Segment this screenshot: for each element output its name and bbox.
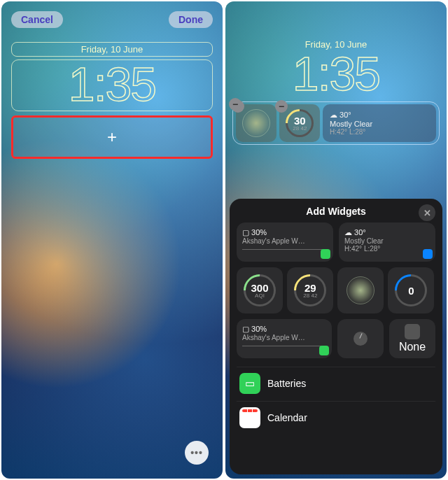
cancel-button[interactable]: Cancel <box>11 11 63 28</box>
done-button[interactable]: Done <box>169 11 213 28</box>
placed-widgets-bar[interactable]: − − 30 28 42 − ☁︎ 30° Mostly Clear H:42°… <box>232 101 440 145</box>
placed-widget-uv[interactable]: − 30 28 42 <box>279 104 320 142</box>
lockscreen-editor: Cancel Done Friday, 10 June 1:35 + ••• <box>1 1 223 479</box>
gauge-icon: 0 <box>388 267 433 313</box>
placed-widget-radar[interactable]: − <box>236 104 276 142</box>
plus-icon: + <box>107 127 117 147</box>
category-calendar[interactable]: Calendar <box>237 401 435 434</box>
gauge-icon: 29 28 42 <box>287 267 332 313</box>
widget-option-weather[interactable]: ☁︎ 30° Mostly Clear H:42° L:28° <box>339 223 435 262</box>
placed-widget-weather[interactable]: − ☁︎ 30° Mostly Clear H:42° L:28° <box>323 104 436 142</box>
widget-option-uv[interactable]: 29 28 42 <box>287 267 333 313</box>
widget-option-sun[interactable]: 0 <box>388 267 434 313</box>
time-widget[interactable]: 1:35 <box>11 59 213 111</box>
clock-icon <box>354 332 368 346</box>
widget-option-activity[interactable] <box>337 267 384 313</box>
widget-option-battery-wide[interactable]: ▢ 30% Akshay's Apple W… <box>237 319 332 358</box>
ellipsis-icon: ••• <box>190 447 203 458</box>
radar-icon <box>242 109 270 137</box>
remove-icon[interactable]: − <box>229 98 241 111</box>
rings-icon <box>346 276 374 304</box>
panel-title: Add Widgets ✕ <box>237 206 435 217</box>
widget-option-battery[interactable]: ▢ 30% Akshay's Apple W… <box>237 223 333 262</box>
widget-option-none[interactable]: None <box>389 319 435 358</box>
widget-option-aqi[interactable]: 300 AQI <box>237 267 283 313</box>
weather-app-icon <box>423 249 433 259</box>
editor-toolbar: Cancel Done <box>1 1 223 28</box>
remove-icon[interactable]: − <box>275 100 288 113</box>
close-button[interactable]: ✕ <box>419 204 435 221</box>
time-label: 1:35 <box>225 50 447 97</box>
batteries-app-icon <box>321 249 330 259</box>
gauge-icon: 300 AQI <box>237 267 282 313</box>
date-widget[interactable]: Friday, 10 June <box>11 42 213 57</box>
add-widgets-panel: Add Widgets ✕ ▢ 30% Akshay's Apple W… ☁︎… <box>230 199 442 474</box>
category-batteries[interactable]: ▭ Batteries <box>237 367 435 400</box>
more-button[interactable]: ••• <box>185 441 209 465</box>
battery-icon: ▭ <box>239 373 260 394</box>
close-icon: ✕ <box>424 208 431 218</box>
widget-category-list: ▭ Batteries Calendar <box>237 367 435 434</box>
calendar-icon <box>239 407 260 428</box>
lockscreen-widget-picker: Friday, 10 June 1:35 − − 30 28 42 − ☁︎ 3… <box>225 1 447 479</box>
add-widgets-slot[interactable]: + <box>11 115 213 159</box>
batteries-app-icon <box>319 346 329 355</box>
widget-option-clock[interactable] <box>337 319 384 358</box>
